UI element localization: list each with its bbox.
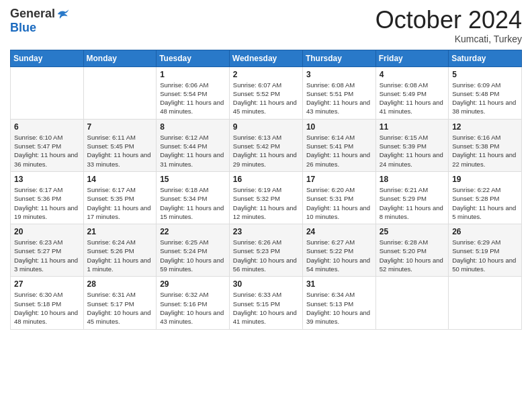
calendar-cell: 11Sunrise: 6:15 AMSunset: 5:39 PMDayligh… bbox=[375, 119, 448, 171]
logo-bird-icon bbox=[56, 7, 70, 21]
weekday-header-tuesday: Tuesday bbox=[157, 50, 230, 66]
day-number: 3 bbox=[306, 70, 372, 79]
calendar-cell: 6Sunrise: 6:10 AMSunset: 5:47 PMDaylight… bbox=[11, 119, 84, 171]
day-info: Sunrise: 6:25 AMSunset: 5:24 PMDaylight:… bbox=[160, 238, 226, 273]
calendar-cell: 21Sunrise: 6:24 AMSunset: 5:26 PMDayligh… bbox=[83, 224, 157, 277]
calendar-cell: 28Sunrise: 6:31 AMSunset: 5:17 PMDayligh… bbox=[83, 277, 157, 329]
calendar-cell: 10Sunrise: 6:14 AMSunset: 5:41 PMDayligh… bbox=[302, 119, 375, 171]
calendar-cell: 14Sunrise: 6:17 AMSunset: 5:35 PMDayligh… bbox=[83, 171, 157, 224]
day-info: Sunrise: 6:06 AMSunset: 5:54 PMDaylight:… bbox=[160, 81, 226, 116]
day-info: Sunrise: 6:17 AMSunset: 5:35 PMDaylight:… bbox=[87, 185, 153, 221]
day-info: Sunrise: 6:33 AMSunset: 5:15 PMDaylight:… bbox=[233, 290, 299, 326]
location-subtitle: Kumcati, Turkey bbox=[375, 34, 522, 44]
day-number: 26 bbox=[452, 227, 518, 236]
day-info: Sunrise: 6:20 AMSunset: 5:31 PMDaylight:… bbox=[306, 185, 372, 221]
calendar-cell: 1Sunrise: 6:06 AMSunset: 5:54 PMDaylight… bbox=[157, 66, 230, 119]
calendar-cell: 3Sunrise: 6:08 AMSunset: 5:51 PMDaylight… bbox=[302, 66, 375, 119]
day-number: 2 bbox=[233, 70, 299, 79]
day-number: 16 bbox=[233, 175, 299, 184]
day-info: Sunrise: 6:09 AMSunset: 5:48 PMDaylight:… bbox=[452, 81, 518, 116]
day-number: 22 bbox=[160, 227, 226, 236]
calendar-table: SundayMondayTuesdayWednesdayThursdayFrid… bbox=[10, 50, 522, 330]
day-info: Sunrise: 6:21 AMSunset: 5:29 PMDaylight:… bbox=[380, 185, 445, 221]
calendar-cell: 24Sunrise: 6:27 AMSunset: 5:22 PMDayligh… bbox=[302, 224, 375, 277]
calendar-cell: 26Sunrise: 6:29 AMSunset: 5:19 PMDayligh… bbox=[449, 224, 522, 277]
day-number: 11 bbox=[380, 122, 445, 132]
day-number: 8 bbox=[160, 122, 226, 132]
weekday-header-friday: Friday bbox=[375, 50, 448, 66]
weekday-header-row: SundayMondayTuesdayWednesdayThursdayFrid… bbox=[11, 50, 522, 66]
day-number: 7 bbox=[87, 122, 153, 132]
weekday-header-thursday: Thursday bbox=[302, 50, 375, 66]
weekday-header-wednesday: Wednesday bbox=[229, 50, 302, 66]
day-number: 25 bbox=[380, 227, 445, 236]
day-number: 6 bbox=[14, 122, 80, 132]
calendar-cell bbox=[83, 66, 157, 119]
calendar-cell: 12Sunrise: 6:16 AMSunset: 5:38 PMDayligh… bbox=[449, 119, 522, 171]
day-info: Sunrise: 6:19 AMSunset: 5:32 PMDaylight:… bbox=[233, 185, 299, 221]
calendar-cell: 13Sunrise: 6:17 AMSunset: 5:36 PMDayligh… bbox=[11, 171, 84, 224]
day-info: Sunrise: 6:15 AMSunset: 5:39 PMDaylight:… bbox=[380, 133, 445, 169]
logo-blue-text: Blue bbox=[10, 21, 36, 35]
day-info: Sunrise: 6:08 AMSunset: 5:51 PMDaylight:… bbox=[306, 81, 372, 116]
page-header: General Blue October 2024 Kumcati, Turke… bbox=[10, 7, 522, 44]
calendar-cell: 29Sunrise: 6:32 AMSunset: 5:16 PMDayligh… bbox=[157, 277, 230, 329]
day-number: 27 bbox=[14, 279, 80, 289]
day-number: 1 bbox=[160, 70, 226, 79]
day-number: 21 bbox=[87, 227, 153, 236]
calendar-cell: 22Sunrise: 6:25 AMSunset: 5:24 PMDayligh… bbox=[157, 224, 230, 277]
calendar-cell: 2Sunrise: 6:07 AMSunset: 5:52 PMDaylight… bbox=[229, 66, 302, 119]
calendar-cell: 16Sunrise: 6:19 AMSunset: 5:32 PMDayligh… bbox=[229, 171, 302, 224]
day-info: Sunrise: 6:26 AMSunset: 5:23 PMDaylight:… bbox=[233, 238, 299, 273]
day-info: Sunrise: 6:29 AMSunset: 5:19 PMDaylight:… bbox=[452, 238, 518, 273]
day-number: 14 bbox=[87, 175, 153, 184]
calendar-cell: 17Sunrise: 6:20 AMSunset: 5:31 PMDayligh… bbox=[302, 171, 375, 224]
calendar-week-row: 13Sunrise: 6:17 AMSunset: 5:36 PMDayligh… bbox=[11, 171, 522, 224]
day-number: 28 bbox=[87, 279, 153, 289]
calendar-cell: 4Sunrise: 6:08 AMSunset: 5:49 PMDaylight… bbox=[375, 66, 448, 119]
calendar-cell: 18Sunrise: 6:21 AMSunset: 5:29 PMDayligh… bbox=[375, 171, 448, 224]
calendar-cell: 5Sunrise: 6:09 AMSunset: 5:48 PMDaylight… bbox=[449, 66, 522, 119]
calendar-week-row: 20Sunrise: 6:23 AMSunset: 5:27 PMDayligh… bbox=[11, 224, 522, 277]
day-number: 5 bbox=[452, 70, 518, 79]
month-title: October 2024 bbox=[375, 7, 522, 34]
logo: General Blue bbox=[10, 7, 70, 35]
day-info: Sunrise: 6:23 AMSunset: 5:27 PMDaylight:… bbox=[14, 238, 80, 273]
day-info: Sunrise: 6:24 AMSunset: 5:26 PMDaylight:… bbox=[87, 238, 153, 273]
day-number: 13 bbox=[14, 175, 80, 184]
day-info: Sunrise: 6:13 AMSunset: 5:42 PMDaylight:… bbox=[233, 133, 299, 169]
calendar-week-row: 27Sunrise: 6:30 AMSunset: 5:18 PMDayligh… bbox=[11, 277, 522, 329]
calendar-cell: 8Sunrise: 6:12 AMSunset: 5:44 PMDaylight… bbox=[157, 119, 230, 171]
day-info: Sunrise: 6:07 AMSunset: 5:52 PMDaylight:… bbox=[233, 81, 299, 116]
day-number: 12 bbox=[452, 122, 518, 132]
calendar-cell: 9Sunrise: 6:13 AMSunset: 5:42 PMDaylight… bbox=[229, 119, 302, 171]
day-info: Sunrise: 6:27 AMSunset: 5:22 PMDaylight:… bbox=[306, 238, 372, 273]
day-info: Sunrise: 6:18 AMSunset: 5:34 PMDaylight:… bbox=[160, 185, 226, 221]
calendar-week-row: 1Sunrise: 6:06 AMSunset: 5:54 PMDaylight… bbox=[11, 66, 522, 119]
calendar-cell: 15Sunrise: 6:18 AMSunset: 5:34 PMDayligh… bbox=[157, 171, 230, 224]
calendar-cell: 30Sunrise: 6:33 AMSunset: 5:15 PMDayligh… bbox=[229, 277, 302, 329]
day-info: Sunrise: 6:31 AMSunset: 5:17 PMDaylight:… bbox=[87, 290, 153, 326]
day-info: Sunrise: 6:28 AMSunset: 5:20 PMDaylight:… bbox=[380, 238, 445, 273]
day-info: Sunrise: 6:32 AMSunset: 5:16 PMDaylight:… bbox=[160, 290, 226, 326]
day-info: Sunrise: 6:08 AMSunset: 5:49 PMDaylight:… bbox=[380, 81, 445, 116]
weekday-header-sunday: Sunday bbox=[11, 50, 84, 66]
calendar-cell: 31Sunrise: 6:34 AMSunset: 5:13 PMDayligh… bbox=[302, 277, 375, 329]
day-info: Sunrise: 6:34 AMSunset: 5:13 PMDaylight:… bbox=[306, 290, 372, 326]
calendar-cell: 23Sunrise: 6:26 AMSunset: 5:23 PMDayligh… bbox=[229, 224, 302, 277]
day-number: 31 bbox=[306, 279, 372, 289]
calendar-cell: 27Sunrise: 6:30 AMSunset: 5:18 PMDayligh… bbox=[11, 277, 84, 329]
day-info: Sunrise: 6:10 AMSunset: 5:47 PMDaylight:… bbox=[14, 133, 80, 169]
day-number: 18 bbox=[380, 175, 445, 184]
calendar-cell bbox=[449, 277, 522, 329]
day-number: 20 bbox=[14, 227, 80, 236]
calendar-cell: 25Sunrise: 6:28 AMSunset: 5:20 PMDayligh… bbox=[375, 224, 448, 277]
day-number: 15 bbox=[160, 175, 226, 184]
day-info: Sunrise: 6:11 AMSunset: 5:45 PMDaylight:… bbox=[87, 133, 153, 169]
day-number: 19 bbox=[452, 175, 518, 184]
day-info: Sunrise: 6:12 AMSunset: 5:44 PMDaylight:… bbox=[160, 133, 226, 169]
calendar-cell: 7Sunrise: 6:11 AMSunset: 5:45 PMDaylight… bbox=[83, 119, 157, 171]
calendar-cell: 19Sunrise: 6:22 AMSunset: 5:28 PMDayligh… bbox=[449, 171, 522, 224]
day-info: Sunrise: 6:22 AMSunset: 5:28 PMDaylight:… bbox=[452, 185, 518, 221]
day-number: 9 bbox=[233, 122, 299, 132]
